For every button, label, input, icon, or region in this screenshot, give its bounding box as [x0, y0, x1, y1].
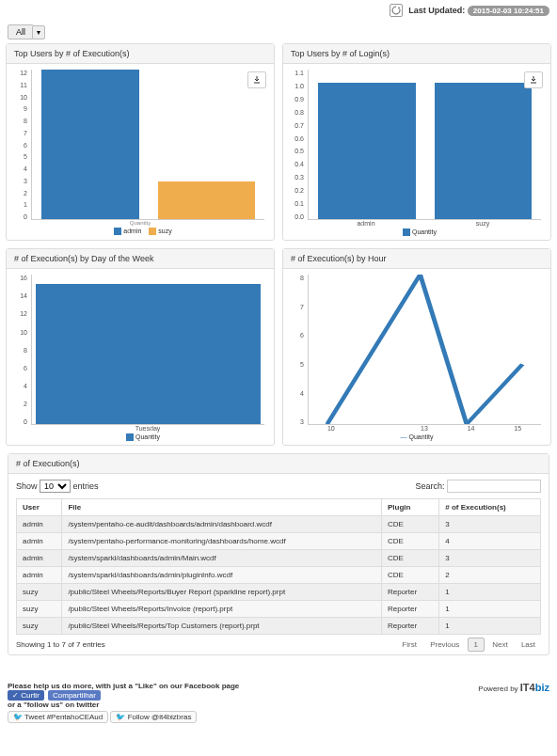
cell-n: 3: [439, 516, 541, 533]
cell-user: admin: [17, 533, 62, 550]
cell-plugin: CDE: [381, 550, 438, 567]
twitter-line: or a "follow us" on twitter: [8, 701, 99, 709]
col-file[interactable]: File: [62, 499, 382, 516]
panel-title: # of Execution(s): [8, 454, 549, 474]
cell-n: 1: [439, 601, 541, 618]
filter-row: All▾: [0, 21, 557, 43]
search-control: Search:: [415, 480, 541, 493]
filter-dropdown-toggle[interactable]: ▾: [32, 25, 45, 39]
cell-n: 4: [439, 533, 541, 550]
cell-file: /public/Steel Wheels/Reports/Top Custome…: [62, 618, 382, 635]
line-plot: [308, 275, 541, 425]
it4biz-logo: IT4biz: [520, 682, 549, 693]
bar-admin[interactable]: [318, 83, 416, 219]
legend: Quantity: [293, 228, 541, 236]
swatch-admin-icon: [114, 228, 121, 235]
table-row: admin/system/pentaho-performance-monitor…: [17, 533, 541, 550]
download-icon[interactable]: [247, 71, 266, 88]
y-axis: 1211109876543210: [16, 70, 31, 220]
legend-suzy: suzy: [158, 228, 171, 234]
pager-page-1[interactable]: 1: [468, 638, 485, 652]
cell-user: admin: [17, 516, 62, 533]
legend-quantity: Quantity: [412, 228, 437, 235]
panel-exec-by-hour: # of Execution(s) by Hour 876543 1013141…: [282, 248, 551, 446]
fb-like-button[interactable]: ✓ Curtir: [8, 690, 44, 701]
cell-user: admin: [17, 550, 62, 567]
cell-user: suzy: [17, 618, 62, 635]
cell-plugin: Reporter: [381, 601, 438, 618]
cell-file: /system/sparkl/dashboards/admin/pluginIn…: [62, 567, 382, 584]
col-execs[interactable]: # of Execution(s): [439, 499, 541, 516]
cell-n: 2: [439, 567, 541, 584]
cell-plugin: CDE: [381, 533, 438, 550]
bar-tuesday[interactable]: [36, 284, 261, 424]
table-row: suzy/public/Steel Wheels/Reports/Invoice…: [17, 601, 541, 618]
header-bar: Last Updated: 2015-02-03 10:24:51: [0, 0, 557, 21]
table-row: suzy/public/Steel Wheels/Reports/Top Cus…: [17, 618, 541, 635]
cell-plugin: Reporter: [381, 618, 438, 635]
bar-suzy[interactable]: [435, 83, 533, 219]
legend-quantity: Quantity: [408, 433, 433, 440]
filter-all-button[interactable]: All: [8, 24, 34, 39]
cell-file: /system/pentaho-performance-monitoring/d…: [62, 533, 382, 550]
refresh-icon[interactable]: [390, 4, 403, 17]
cell-plugin: Reporter: [381, 584, 438, 601]
legend: admin suzy: [16, 228, 264, 235]
cell-n: 1: [439, 584, 541, 601]
pager: First Previous 1 Next Last: [396, 640, 541, 649]
panel-top-users-exec: Top Users by # of Execution(s) 121110987…: [6, 43, 275, 241]
legend-admin: admin: [123, 228, 141, 234]
pager-next[interactable]: Next: [486, 638, 513, 651]
follow-button[interactable]: 🐦 Follow @it4bizbras: [110, 711, 197, 723]
page-size-control: Show 10 entries: [16, 480, 99, 493]
table-row: admin/system/sparkl/dashboards/admin/Mai…: [17, 550, 541, 567]
cell-user: suzy: [17, 584, 62, 601]
legend-quantity: Quantity: [135, 433, 160, 440]
swatch-quantity-icon: [126, 433, 134, 441]
chart-top-login: 1.11.00.90.80.70.60.50.40.30.20.10.0: [293, 70, 541, 220]
cell-file: /public/Steel Wheels/Reports/Invoice (re…: [62, 601, 382, 618]
table-row: admin/system/sparkl/dashboards/admin/plu…: [17, 567, 541, 584]
x-axis-labels: adminsuzy: [293, 220, 541, 227]
pager-prev[interactable]: Previous: [424, 638, 465, 651]
x-axis-labels: Tuesday: [16, 425, 264, 432]
download-icon[interactable]: [524, 71, 543, 88]
x-axis-title: Quantity: [16, 220, 264, 226]
pager-first[interactable]: First: [396, 638, 422, 651]
last-updated-time: 2015-02-03 10:24:51: [468, 6, 549, 16]
cell-n: 3: [439, 550, 541, 567]
table-row: admin/system/pentaho-ce-audit/dashboards…: [17, 516, 541, 533]
pager-last[interactable]: Last: [516, 638, 541, 651]
panel-title: # of Execution(s) by Day of the Week: [7, 249, 274, 269]
bar-admin[interactable]: [41, 70, 139, 219]
panel-title: Top Users by # of Login(s): [283, 44, 550, 64]
panel-exec-by-dow: # of Execution(s) by Day of the Week 161…: [6, 248, 275, 446]
last-updated-label: Last Updated:: [408, 6, 465, 15]
cell-user: suzy: [17, 601, 62, 618]
chart-by-dow: 1614121086420: [16, 275, 264, 425]
cell-file: /public/Steel Wheels/Reports/Buyer Repor…: [62, 584, 382, 601]
col-plugin[interactable]: Plugin: [381, 499, 438, 516]
facebook-line: Please help us do more, with just a "Lik…: [8, 682, 239, 690]
y-axis: 876543: [293, 275, 308, 425]
y-axis: 1.11.00.90.80.70.60.50.40.30.20.10.0: [293, 70, 308, 220]
powered-by: Powered by IT4biz: [478, 682, 549, 693]
tweet-button[interactable]: 🐦 Tweet #PentahoCEAud: [8, 711, 108, 723]
legend: — Quantity: [293, 433, 541, 440]
panel-title: # of Execution(s) by Hour: [283, 249, 550, 269]
table-row: suzy/public/Steel Wheels/Reports/Buyer R…: [17, 584, 541, 601]
panel-title: Top Users by # of Execution(s): [7, 44, 274, 64]
swatch-quantity-icon: [403, 228, 410, 236]
table-info: Showing 1 to 7 of 7 entries: [16, 640, 105, 649]
col-user[interactable]: User: [17, 499, 62, 516]
bar-suzy[interactable]: [158, 181, 256, 219]
cell-n: 1: [439, 618, 541, 635]
x-axis-labels: 10131415: [293, 425, 541, 432]
cell-plugin: CDE: [381, 516, 438, 533]
fb-share-button[interactable]: Compartilhar: [48, 690, 101, 701]
panel-top-users-login: Top Users by # of Login(s) 1.11.00.90.80…: [282, 43, 551, 241]
swatch-suzy-icon: [149, 228, 156, 235]
page-size-select[interactable]: 10: [40, 480, 71, 493]
cell-plugin: CDE: [381, 567, 438, 584]
search-input[interactable]: [447, 480, 541, 493]
